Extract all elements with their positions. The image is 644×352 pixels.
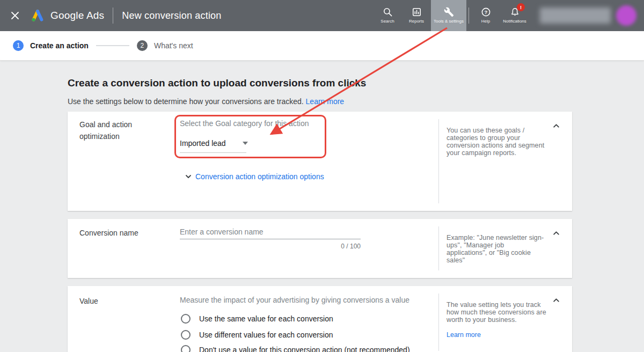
- conversion-name-label: Conversion name: [79, 228, 165, 239]
- main-subtext: Use the settings below to determine how …: [68, 97, 344, 106]
- step-1-circle: 1: [13, 40, 24, 51]
- avatar[interactable]: [616, 5, 636, 26]
- nav-tools-settings-label: Tools & settings: [434, 19, 464, 24]
- nav-search-label: Search: [380, 19, 394, 24]
- goal-category-selected-value: Imported lead: [180, 139, 226, 148]
- card-divider: [438, 119, 439, 203]
- name-help-text: Example: "June newsletter sign-ups", "Ma…: [447, 234, 546, 264]
- conversion-name-input[interactable]: [180, 224, 361, 239]
- card-divider: [438, 226, 439, 270]
- value-card: Value Measure the impact of your adverti…: [68, 286, 572, 352]
- nav-notifications[interactable]: Notifications !: [500, 0, 529, 31]
- goal-help-text: You can use these goals / categories to …: [447, 127, 546, 157]
- radio-icon: [181, 314, 191, 324]
- step-whats-next[interactable]: 2 What's next: [137, 40, 193, 51]
- stepper: 1 Create an action 2 What's next: [0, 31, 644, 61]
- radio-icon: [181, 345, 191, 352]
- step-2-label: What's next: [154, 41, 193, 50]
- nav-search[interactable]: Search: [373, 0, 402, 31]
- google-ads-logo-icon: [30, 8, 45, 23]
- chevron-up-icon: [553, 122, 560, 129]
- nav-divider: [469, 8, 469, 24]
- radio-same-value-label: Use the same value for each conversion: [199, 314, 333, 323]
- close-icon: [11, 11, 19, 20]
- topbar-divider: [113, 8, 113, 24]
- topbar: Google Ads New conversion action Search …: [0, 0, 644, 31]
- optimization-options-toggle[interactable]: Conversion action optimization options: [185, 172, 324, 181]
- page-title: New conversion action: [122, 10, 221, 21]
- wrench-icon: [444, 7, 454, 17]
- nav-help-label: Help: [481, 19, 490, 24]
- nav-notifications-label: Notifications: [503, 19, 526, 24]
- chevron-up-icon: [553, 230, 560, 237]
- dropdown-underline: [180, 152, 246, 153]
- close-button[interactable]: [0, 0, 30, 31]
- chevron-down-icon: [185, 173, 192, 180]
- goal-category-dropdown[interactable]: Imported lead: [180, 139, 248, 148]
- card-divider: [438, 294, 439, 351]
- notification-badge: !: [517, 3, 525, 11]
- radio-no-value[interactable]: Don't use a value for this conversion ac…: [181, 345, 410, 352]
- radio-no-value-label: Don't use a value for this conversion ac…: [199, 346, 410, 352]
- value-description: Measure the impact of your advertising b…: [180, 296, 409, 304]
- help-icon: ?: [481, 7, 491, 17]
- value-help-text: The value setting lets you track how muc…: [447, 301, 546, 324]
- main-heading: Create a conversion action to upload con…: [68, 77, 366, 89]
- svg-text:?: ?: [484, 9, 487, 15]
- brand-name: Google Ads: [50, 10, 104, 21]
- account-info-blurred: [540, 8, 611, 24]
- nav-help[interactable]: ? Help: [471, 0, 500, 31]
- value-collapse-button[interactable]: [550, 294, 562, 306]
- step-create-an-action[interactable]: 1 Create an action: [13, 40, 89, 51]
- step-1-label: Create an action: [30, 41, 89, 50]
- goal-card: Goal and action optimization Select the …: [68, 112, 572, 211]
- radio-icon: [181, 330, 191, 340]
- intro-learn-more-link[interactable]: Learn more: [306, 97, 345, 106]
- name-collapse-button[interactable]: [550, 226, 562, 239]
- radio-same-value[interactable]: Use the same value for each conversion: [181, 314, 333, 324]
- value-learn-more-link[interactable]: Learn more: [447, 331, 481, 339]
- reports-icon: [412, 7, 422, 17]
- char-counter: 0 / 100: [180, 243, 361, 250]
- nav-reports-label: Reports: [409, 19, 424, 24]
- nav-reports[interactable]: Reports: [402, 0, 431, 31]
- goal-select-label: Select the Goal category for this action: [180, 119, 309, 128]
- dropdown-caret-icon: [243, 142, 248, 145]
- subtext-text: Use the settings below to determine how …: [68, 97, 304, 106]
- goal-collapse-button[interactable]: [550, 119, 562, 132]
- value-card-label: Value: [79, 296, 165, 307]
- radio-different-values[interactable]: Use different values for each conversion: [181, 330, 333, 340]
- goal-card-label: Goal and action optimization: [79, 119, 165, 142]
- search-icon: [383, 7, 393, 17]
- google-ads-brand[interactable]: Google Ads: [30, 8, 104, 23]
- conversion-name-card: Conversion name 0 / 100 Example: "June n…: [68, 219, 572, 278]
- radio-different-values-label: Use different values for each conversion: [199, 331, 333, 339]
- optimization-options-label: Conversion action optimization options: [195, 172, 324, 181]
- step-2-circle: 2: [137, 40, 148, 51]
- nav-tools-settings[interactable]: Tools & settings: [431, 0, 466, 31]
- chevron-up-icon: [553, 297, 560, 304]
- step-connector: [96, 45, 129, 46]
